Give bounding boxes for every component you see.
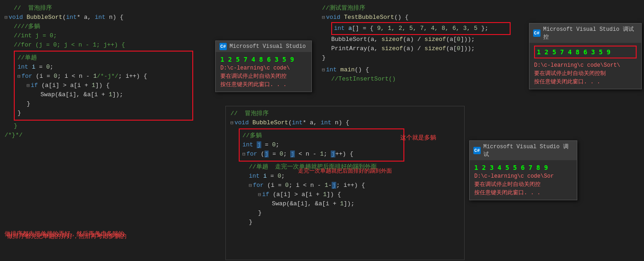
vs-dialog-title-2: C# Microsoft Visual Studio 调试控 bbox=[529, 23, 641, 43]
vs-output-1: 1 2 5 7 4 8 6 3 5 9 bbox=[220, 55, 307, 64]
code-line: //多躺 bbox=[242, 131, 401, 140]
vs-path-3: D:\c-learning\c code\Sor 要在调试停止时自动关闭控 按任… bbox=[474, 172, 572, 197]
vs-dialog-content-3: 1 2 3 4 5 5 6 7 8 9 D:\c-learning\c code… bbox=[470, 160, 577, 200]
vs-icon-2: C# bbox=[533, 29, 540, 37]
code-line: } bbox=[0, 122, 212, 131]
vs-dialog-1: C# Microsoft Visual Studio 1 2 5 7 4 8 6… bbox=[215, 41, 312, 92]
vs-path-1: D:\c-learning\c code\ 要在调试停止时自动关闭控 按任意键关… bbox=[220, 64, 307, 89]
code-line: // 冒泡排序 bbox=[0, 4, 212, 13]
left-code-panel: // 冒泡排序 ⊟ void BubbleSort(int* a, int n)… bbox=[0, 0, 212, 261]
code-line: ⊟ for (i = 0; i < n - 1-j; i++) { bbox=[226, 181, 464, 190]
code-line: //TestInsertSort() bbox=[317, 75, 529, 84]
code-line: BubbleSort(a, sizeof(a) / sizeof(a[0])); bbox=[317, 35, 529, 44]
vs-icon-1: C# bbox=[219, 43, 227, 50]
code-line: // 冒泡排序 bbox=[226, 109, 464, 118]
mid-code-panel: // 冒泡排序 ⊟ void BubbleSort(int* a, int n)… bbox=[225, 106, 465, 260]
vs-dialog-content-1: 1 2 5 7 4 8 6 3 5 9 D:\c-learning\c code… bbox=[216, 52, 311, 92]
vs-dialog-2: C# Microsoft Visual Studio 调试控 1 2 5 7 4… bbox=[529, 23, 642, 89]
topright-code-panel: //测试冒泡排序 ⊟ void TestBubbleSort() { int a… bbox=[317, 0, 529, 106]
code-line: //int j = 0; bbox=[0, 31, 212, 41]
code-line: Swap(&a[i], &a[i + 1]); bbox=[17, 90, 190, 99]
code-line: } bbox=[226, 218, 464, 227]
annotation-duodang-overlay: 这个就是多躺 bbox=[400, 133, 436, 142]
vs-dialog-content-2: 1 2 5 7 4 8 6 3 5 9 D:\c-learning\c code… bbox=[529, 43, 641, 89]
code-line: PrintArray(a, sizeof(a) / sizeof(a[0])); bbox=[317, 44, 529, 53]
vs-output-2: 1 2 5 7 4 8 6 3 5 9 bbox=[537, 47, 634, 57]
vs-dialog-title-1: C# Microsoft Visual Studio bbox=[216, 41, 311, 52]
code-line: //for (j = 0; j < n - 1; j++) { bbox=[0, 41, 212, 50]
code-line: ⊟ void BubbleSort(int* a, int n) { bbox=[226, 118, 464, 128]
vs-dialog-title-3: C# Microsoft Visual Studio 调试 bbox=[470, 141, 577, 160]
code-line: } bbox=[17, 99, 190, 109]
code-line: ⊟ if (a[i] > a[i + 1]) { bbox=[17, 81, 190, 90]
code-line: } bbox=[226, 209, 464, 218]
code-line: ////多躺 bbox=[0, 22, 212, 31]
code-line: Swap(&a[i], &a[i + 1]); bbox=[226, 199, 464, 209]
code-line: //单趟 bbox=[17, 53, 190, 63]
bottom-annotation: 做排序都先把单趟的弄好，然后再考虑多躺的 bbox=[7, 232, 126, 240]
vs-path-2: D:\c-learning\c code\Sort\ 要在调试停止时自动关闭控制… bbox=[534, 61, 637, 86]
code-line: ⊟ void BubbleSort(int* a, int n) { bbox=[0, 13, 212, 22]
code-line: int i = 0; bbox=[17, 63, 190, 72]
code-line: } bbox=[17, 109, 190, 118]
vs-icon-3: C# bbox=[473, 147, 481, 154]
code-line: } bbox=[317, 53, 529, 63]
code-line: ⊟ for (i = 0; i < n - 1/*-j*/; i++) { bbox=[17, 72, 190, 81]
code-line: /*}*/ bbox=[0, 131, 212, 140]
code-line: ⊟ int main() { bbox=[317, 65, 529, 75]
code-line: int a[] = { 9, 1, 2, 5, 7, 4, 8, 6, 3, 5… bbox=[334, 24, 508, 33]
annotation-zouwan-overlay: 走完一次单趟就把后面排好的踢到外面 bbox=[298, 167, 392, 175]
vs-output-3: 1 2 3 4 5 5 6 7 8 9 bbox=[474, 163, 572, 172]
code-line: //测试冒泡排序 bbox=[317, 4, 529, 13]
code-line: ⊟ for (j = 0; j < n - 1; j++) { bbox=[242, 150, 401, 159]
vs-dialog-3: C# Microsoft Visual Studio 调试 1 2 3 4 5 … bbox=[469, 140, 577, 200]
code-line: ⊟ if (a[i] > a[i + 1]) { bbox=[226, 190, 464, 199]
code-line: ⊟ void TestBubbleSort() { bbox=[317, 13, 529, 22]
code-line: int j = 0; bbox=[242, 140, 401, 150]
